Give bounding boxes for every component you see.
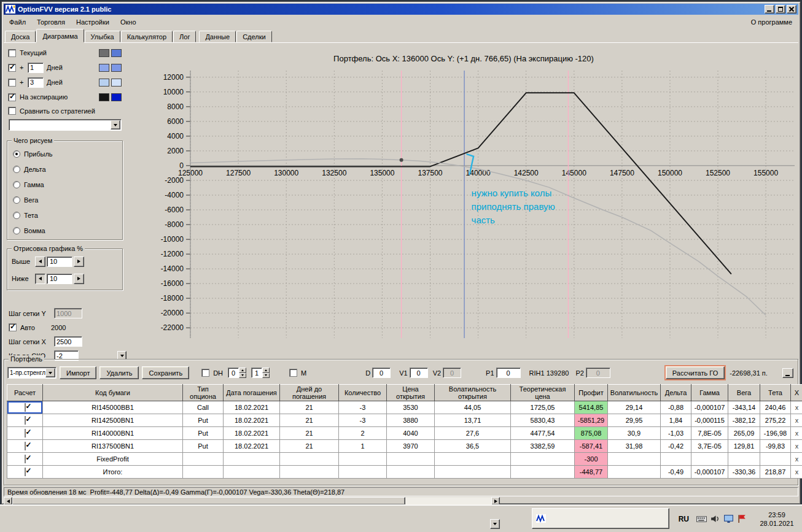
column-header-2[interactable]: Тип опциона	[183, 385, 224, 401]
d-input[interactable]	[372, 368, 391, 378]
row-checkbox-cell[interactable]	[7, 401, 43, 414]
spinner-arrows[interactable]	[262, 368, 270, 378]
taskbar-chevron-button[interactable]	[490, 519, 500, 529]
tab-sdelki[interactable]: Сделки	[236, 31, 272, 42]
column-header-9[interactable]: Профит	[575, 385, 608, 401]
row-delete-button[interactable]: x	[791, 453, 802, 466]
dh-spin-input-2[interactable]	[251, 368, 262, 378]
row-delete-button[interactable]: x	[791, 466, 802, 479]
titlebar[interactable]: OptionFVV версия 2.1 public	[4, 4, 798, 15]
row-delete-button[interactable]: x	[791, 401, 802, 414]
calc-go-button[interactable]: Рассчитать ГО	[666, 366, 725, 379]
minimize-button[interactable]	[765, 5, 774, 13]
plus3-checkbox[interactable]	[8, 79, 16, 87]
table-row[interactable]: RI142500BN1Put18.02.202121-3388013,71583…	[7, 414, 802, 427]
column-header-8[interactable]: Теоретическая цена	[511, 385, 575, 401]
row-checkbox-cell[interactable]	[7, 427, 43, 440]
row-delete-button[interactable]: x	[791, 414, 802, 427]
column-header-6[interactable]: Цена открытия	[387, 385, 435, 401]
volume-icon[interactable]	[710, 514, 720, 524]
current-color-swatch-2[interactable]	[111, 49, 122, 57]
chevron-down-icon[interactable]	[111, 120, 120, 129]
collapse-panel-button[interactable]	[782, 368, 793, 378]
radio-vomma[interactable]	[13, 227, 20, 234]
dh-spin-input-1[interactable]	[228, 368, 239, 378]
m-checkbox[interactable]	[289, 369, 297, 377]
tab-dannye[interactable]: Данные	[199, 31, 236, 42]
maximize-button[interactable]	[776, 5, 785, 13]
taskbar-clock[interactable]: 23:59 28.01.2021	[754, 511, 800, 528]
menu-about[interactable]: О программе	[745, 17, 798, 28]
radio-vega[interactable]	[13, 196, 20, 204]
row-checkbox-cell[interactable]	[7, 466, 43, 479]
above-decrease-button[interactable]	[35, 256, 45, 267]
plus3-color-swatch-1[interactable]	[99, 79, 109, 87]
table-row[interactable]: FixedProfit-300x	[7, 453, 802, 466]
taskbar-window-button[interactable]	[532, 508, 669, 529]
above-increase-button[interactable]	[74, 256, 84, 267]
table-row[interactable]: Итого:-448,77-0,49-0,000107-330,36218,87…	[7, 466, 802, 479]
column-header-14[interactable]: Тета	[760, 385, 791, 401]
row-delete-button[interactable]: x	[791, 427, 802, 440]
current-checkbox[interactable]	[8, 49, 16, 57]
radio-theta[interactable]	[13, 212, 20, 219]
column-header-0[interactable]: Расчет	[7, 385, 43, 401]
column-header-13[interactable]: Вега	[728, 385, 760, 401]
grid-x-input[interactable]	[54, 336, 82, 347]
plus1-color-swatch-1[interactable]	[99, 64, 109, 72]
row-delete-button[interactable]: x	[791, 440, 802, 453]
menu-window[interactable]: Окно	[115, 17, 142, 28]
column-header-12[interactable]: Гамма	[691, 385, 728, 401]
column-header-15[interactable]: X	[791, 385, 802, 401]
auto-checkbox[interactable]	[9, 323, 17, 331]
plus1-days-input[interactable]	[28, 63, 44, 73]
plus1-color-swatch-2[interactable]	[111, 64, 122, 72]
flag-icon[interactable]	[737, 514, 747, 524]
below-increase-button[interactable]	[74, 274, 84, 284]
tab-ulybka[interactable]: Улыбка	[85, 31, 120, 42]
column-header-5[interactable]: Количество	[339, 385, 387, 401]
chevron-down-icon[interactable]	[45, 368, 55, 377]
close-button[interactable]	[787, 5, 796, 13]
column-header-1[interactable]: Код бумаги	[43, 385, 183, 401]
column-header-4[interactable]: Дней до погашения	[280, 385, 339, 401]
column-header-11[interactable]: Дельта	[661, 385, 691, 401]
row-checkbox-cell[interactable]	[7, 453, 43, 466]
tab-log[interactable]: Лог	[173, 31, 196, 42]
network-icon[interactable]	[723, 514, 734, 524]
tab-diagramma[interactable]: Диаграмма	[36, 29, 84, 42]
save-button[interactable]: Сохранить	[142, 366, 189, 379]
below-decrease-button[interactable]	[35, 274, 45, 284]
row-checkbox-cell[interactable]	[7, 414, 43, 427]
column-header-10[interactable]: Волатильность	[608, 385, 661, 401]
radio-gamma[interactable]	[13, 181, 20, 188]
menu-trading[interactable]: Торговля	[31, 17, 71, 28]
current-color-swatch-1[interactable]	[99, 49, 109, 57]
expiration-color-swatch-1[interactable]	[99, 93, 109, 101]
dh-checkbox[interactable]	[201, 369, 209, 377]
expiration-checkbox[interactable]	[8, 93, 16, 101]
column-header-3[interactable]: Дата погашения	[224, 385, 280, 401]
strategy-select[interactable]: 1-пр.стренгл	[7, 367, 56, 379]
below-percent-input[interactable]	[47, 274, 72, 284]
row-checkbox-cell[interactable]	[7, 440, 43, 453]
expiration-color-swatch-2[interactable]	[111, 93, 122, 101]
table-row[interactable]: RI140000BN1Put18.02.2021212404027,64477,…	[7, 427, 802, 440]
menu-file[interactable]: Файл	[4, 17, 31, 28]
column-header-7[interactable]: Волатильность открытия	[435, 385, 511, 401]
compare-strategy-select[interactable]	[9, 119, 122, 131]
keyboard-icon[interactable]	[696, 514, 707, 524]
delete-button[interactable]: Удалить	[99, 366, 139, 379]
above-percent-input[interactable]	[47, 256, 72, 267]
radio-delta[interactable]	[13, 166, 20, 173]
tab-kalkulyator[interactable]: Калькулятор	[121, 31, 173, 42]
plus3-days-input[interactable]	[28, 77, 44, 88]
table-row[interactable]: RI137500BN1Put18.02.2021211397036,53382,…	[7, 440, 802, 453]
table-row[interactable]: RI145000BB1Call18.02.202121-3353044,0517…	[7, 401, 802, 414]
spinner-arrows[interactable]	[239, 368, 246, 378]
p1-input[interactable]	[496, 368, 521, 378]
language-indicator[interactable]: RU	[679, 515, 689, 523]
portfolio-chart[interactable]: 120001000080006000400020000-2000-4000-60…	[129, 64, 800, 354]
plus3-color-swatch-2[interactable]	[111, 79, 122, 87]
menu-settings[interactable]: Настройки	[71, 17, 115, 28]
